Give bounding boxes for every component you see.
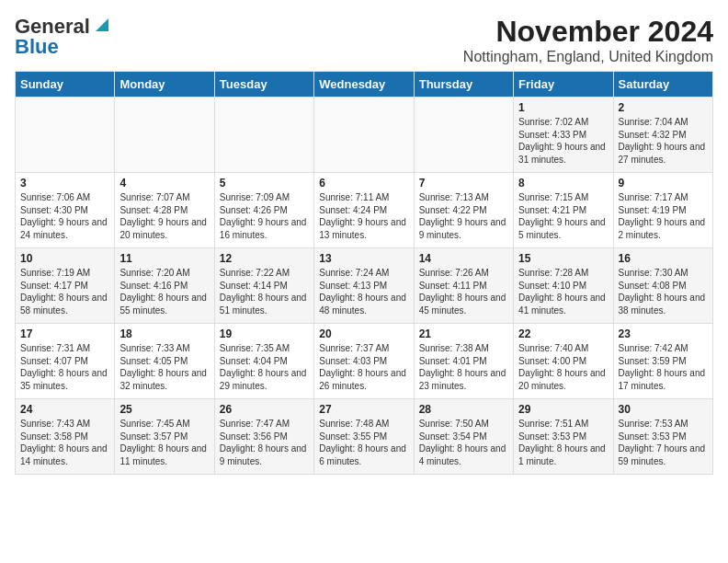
day-number: 9 bbox=[619, 177, 708, 190]
day-info: Sunrise: 7:17 AM Sunset: 4:19 PM Dayligh… bbox=[619, 192, 706, 240]
day-number: 23 bbox=[619, 327, 708, 340]
day-info: Sunrise: 7:22 AM Sunset: 4:14 PM Dayligh… bbox=[220, 268, 307, 316]
table-row: 14Sunrise: 7:26 AM Sunset: 4:11 PM Dayli… bbox=[414, 248, 513, 324]
table-row: 22Sunrise: 7:40 AM Sunset: 4:00 PM Dayli… bbox=[514, 324, 613, 399]
logo-blue: Blue bbox=[15, 35, 59, 59]
col-monday: Monday bbox=[115, 72, 214, 98]
day-number: 25 bbox=[119, 403, 209, 416]
day-info: Sunrise: 7:42 AM Sunset: 3:59 PM Dayligh… bbox=[619, 343, 706, 391]
day-info: Sunrise: 7:47 AM Sunset: 3:56 PM Dayligh… bbox=[220, 419, 307, 466]
day-info: Sunrise: 7:11 AM Sunset: 4:24 PM Dayligh… bbox=[319, 192, 406, 240]
day-info: Sunrise: 7:02 AM Sunset: 4:33 PM Dayligh… bbox=[518, 117, 606, 165]
table-row: 6Sunrise: 7:11 AM Sunset: 4:24 PM Daylig… bbox=[314, 173, 414, 248]
table-row: 29Sunrise: 7:51 AM Sunset: 3:53 PM Dayli… bbox=[514, 399, 613, 475]
table-row: 17Sunrise: 7:31 AM Sunset: 4:07 PM Dayli… bbox=[16, 324, 115, 399]
day-info: Sunrise: 7:33 AM Sunset: 4:05 PM Dayligh… bbox=[119, 343, 207, 391]
day-number: 11 bbox=[119, 252, 209, 265]
day-info: Sunrise: 7:35 AM Sunset: 4:04 PM Dayligh… bbox=[220, 343, 307, 391]
calendar-header-row: Sunday Monday Tuesday Wednesday Thursday… bbox=[16, 72, 713, 98]
table-row: 3Sunrise: 7:06 AM Sunset: 4:30 PM Daylig… bbox=[16, 173, 115, 248]
day-number: 19 bbox=[220, 327, 309, 340]
day-info: Sunrise: 7:26 AM Sunset: 4:11 PM Dayligh… bbox=[419, 268, 506, 316]
day-info: Sunrise: 7:37 AM Sunset: 4:03 PM Dayligh… bbox=[319, 343, 406, 391]
day-number: 20 bbox=[319, 327, 408, 340]
day-number: 17 bbox=[20, 327, 109, 340]
col-tuesday: Tuesday bbox=[214, 72, 313, 98]
table-row: 16Sunrise: 7:30 AM Sunset: 4:08 PM Dayli… bbox=[613, 248, 712, 324]
day-number: 14 bbox=[419, 252, 508, 265]
logo: General Blue bbox=[15, 15, 112, 59]
day-info: Sunrise: 7:06 AM Sunset: 4:30 PM Dayligh… bbox=[20, 192, 108, 240]
day-info: Sunrise: 7:31 AM Sunset: 4:07 PM Dayligh… bbox=[20, 343, 108, 391]
table-row: 20Sunrise: 7:37 AM Sunset: 4:03 PM Dayli… bbox=[314, 324, 414, 399]
day-info: Sunrise: 7:50 AM Sunset: 3:54 PM Dayligh… bbox=[419, 419, 506, 466]
day-number: 5 bbox=[220, 177, 309, 190]
day-info: Sunrise: 7:09 AM Sunset: 4:26 PM Dayligh… bbox=[220, 192, 307, 240]
day-number: 15 bbox=[518, 252, 608, 265]
table-row: 18Sunrise: 7:33 AM Sunset: 4:05 PM Dayli… bbox=[115, 324, 214, 399]
table-row: 12Sunrise: 7:22 AM Sunset: 4:14 PM Dayli… bbox=[214, 248, 313, 324]
logo-triangle-icon bbox=[92, 15, 112, 35]
table-row bbox=[414, 98, 513, 173]
calendar-week-row: 1Sunrise: 7:02 AM Sunset: 4:33 PM Daylig… bbox=[16, 98, 713, 173]
day-number: 30 bbox=[619, 403, 708, 416]
table-row bbox=[115, 98, 214, 173]
day-number: 28 bbox=[419, 403, 508, 416]
day-number: 12 bbox=[220, 252, 309, 265]
day-info: Sunrise: 7:15 AM Sunset: 4:21 PM Dayligh… bbox=[518, 192, 606, 240]
day-number: 2 bbox=[619, 101, 708, 114]
table-row: 13Sunrise: 7:24 AM Sunset: 4:13 PM Dayli… bbox=[314, 248, 414, 324]
table-row: 21Sunrise: 7:38 AM Sunset: 4:01 PM Dayli… bbox=[414, 324, 513, 399]
table-row: 10Sunrise: 7:19 AM Sunset: 4:17 PM Dayli… bbox=[16, 248, 115, 324]
day-number: 21 bbox=[419, 327, 508, 340]
day-number: 22 bbox=[518, 327, 608, 340]
day-info: Sunrise: 7:38 AM Sunset: 4:01 PM Dayligh… bbox=[419, 343, 506, 391]
col-saturday: Saturday bbox=[613, 72, 712, 98]
table-row: 30Sunrise: 7:53 AM Sunset: 3:53 PM Dayli… bbox=[613, 399, 712, 475]
table-row bbox=[214, 98, 313, 173]
table-row: 23Sunrise: 7:42 AM Sunset: 3:59 PM Dayli… bbox=[613, 324, 712, 399]
svg-marker-0 bbox=[96, 18, 108, 31]
day-number: 8 bbox=[518, 177, 608, 190]
table-row: 1Sunrise: 7:02 AM Sunset: 4:33 PM Daylig… bbox=[514, 98, 613, 173]
table-row: 7Sunrise: 7:13 AM Sunset: 4:22 PM Daylig… bbox=[414, 173, 513, 248]
table-row: 24Sunrise: 7:43 AM Sunset: 3:58 PM Dayli… bbox=[16, 399, 115, 475]
day-number: 7 bbox=[419, 177, 508, 190]
table-row: 26Sunrise: 7:47 AM Sunset: 3:56 PM Dayli… bbox=[214, 399, 313, 475]
calendar-table: Sunday Monday Tuesday Wednesday Thursday… bbox=[15, 71, 713, 475]
table-row bbox=[314, 98, 414, 173]
table-row: 27Sunrise: 7:48 AM Sunset: 3:55 PM Dayli… bbox=[314, 399, 414, 475]
table-row: 2Sunrise: 7:04 AM Sunset: 4:32 PM Daylig… bbox=[613, 98, 712, 173]
day-info: Sunrise: 7:30 AM Sunset: 4:08 PM Dayligh… bbox=[619, 268, 706, 316]
table-row: 28Sunrise: 7:50 AM Sunset: 3:54 PM Dayli… bbox=[414, 399, 513, 475]
day-info: Sunrise: 7:48 AM Sunset: 3:55 PM Dayligh… bbox=[319, 419, 406, 466]
day-info: Sunrise: 7:24 AM Sunset: 4:13 PM Dayligh… bbox=[319, 268, 406, 316]
day-number: 4 bbox=[119, 177, 209, 190]
day-number: 13 bbox=[319, 252, 408, 265]
day-number: 26 bbox=[220, 403, 309, 416]
table-row: 11Sunrise: 7:20 AM Sunset: 4:16 PM Dayli… bbox=[115, 248, 214, 324]
table-row bbox=[16, 98, 115, 173]
day-number: 29 bbox=[518, 403, 608, 416]
day-number: 24 bbox=[20, 403, 109, 416]
day-info: Sunrise: 7:28 AM Sunset: 4:10 PM Dayligh… bbox=[518, 268, 606, 316]
table-row: 4Sunrise: 7:07 AM Sunset: 4:28 PM Daylig… bbox=[115, 173, 214, 248]
day-info: Sunrise: 7:43 AM Sunset: 3:58 PM Dayligh… bbox=[20, 419, 108, 466]
day-number: 18 bbox=[119, 327, 209, 340]
col-friday: Friday bbox=[514, 72, 613, 98]
day-info: Sunrise: 7:07 AM Sunset: 4:28 PM Dayligh… bbox=[119, 192, 207, 240]
day-number: 27 bbox=[319, 403, 408, 416]
table-row: 19Sunrise: 7:35 AM Sunset: 4:04 PM Dayli… bbox=[214, 324, 313, 399]
table-row: 9Sunrise: 7:17 AM Sunset: 4:19 PM Daylig… bbox=[613, 173, 712, 248]
day-info: Sunrise: 7:04 AM Sunset: 4:32 PM Dayligh… bbox=[619, 117, 706, 165]
day-info: Sunrise: 7:19 AM Sunset: 4:17 PM Dayligh… bbox=[20, 268, 108, 316]
day-info: Sunrise: 7:51 AM Sunset: 3:53 PM Dayligh… bbox=[518, 419, 606, 466]
table-row: 15Sunrise: 7:28 AM Sunset: 4:10 PM Dayli… bbox=[514, 248, 613, 324]
col-wednesday: Wednesday bbox=[314, 72, 414, 98]
day-number: 1 bbox=[518, 101, 608, 114]
calendar-week-row: 24Sunrise: 7:43 AM Sunset: 3:58 PM Dayli… bbox=[16, 399, 713, 475]
day-number: 3 bbox=[20, 177, 109, 190]
day-info: Sunrise: 7:45 AM Sunset: 3:57 PM Dayligh… bbox=[119, 419, 207, 466]
table-row: 8Sunrise: 7:15 AM Sunset: 4:21 PM Daylig… bbox=[514, 173, 613, 248]
day-info: Sunrise: 7:20 AM Sunset: 4:16 PM Dayligh… bbox=[119, 268, 207, 316]
